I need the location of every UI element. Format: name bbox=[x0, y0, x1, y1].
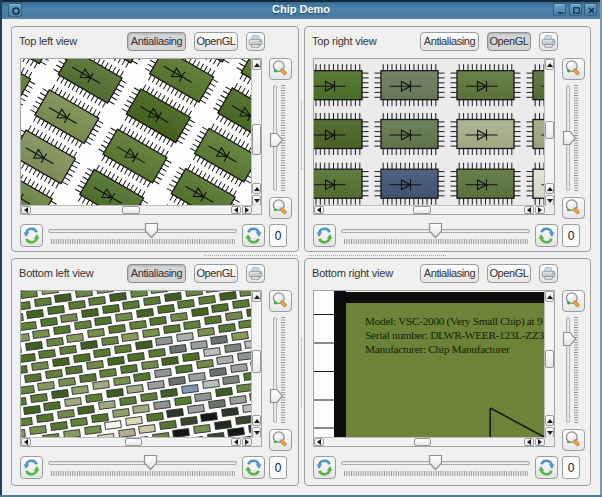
svg-text:Manufacturer: Chip Manufacture: Manufacturer: Chip Manufacturer bbox=[365, 343, 510, 355]
svg-text:Serial number: DLWR-WEER-123L-: Serial number: DLWR-WEER-123L-ZZ33-SD bbox=[365, 329, 546, 341]
svg-text:Model: VSC-2000 (Very Small Ch: Model: VSC-2000 (Very Small Chip) at 9 bbox=[365, 315, 543, 328]
